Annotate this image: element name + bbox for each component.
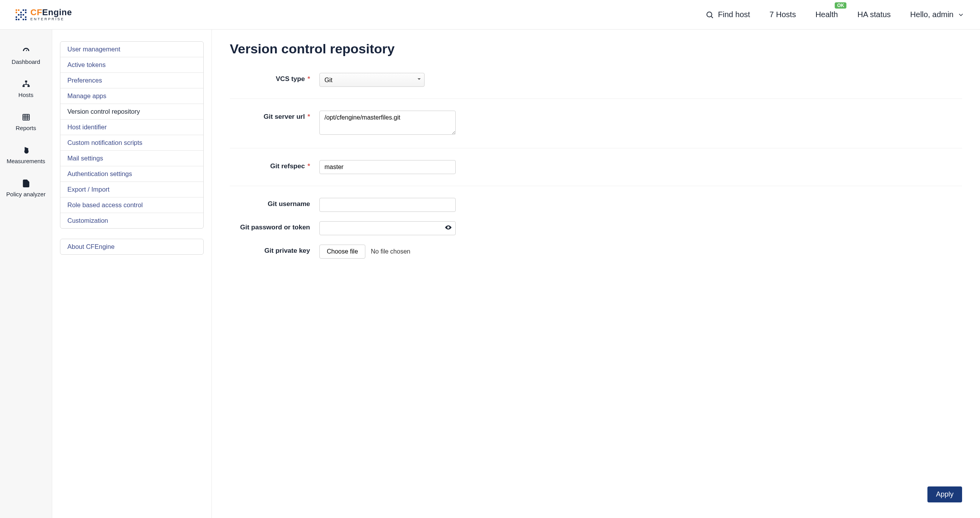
settings-nav-customization[interactable]: Customization <box>60 213 203 228</box>
health-badge: OK <box>835 2 846 9</box>
logo-sub: ENTERPRISE <box>30 18 72 21</box>
sidebar-item-hosts[interactable]: Hosts <box>0 74 52 107</box>
ha-status-link[interactable]: HA status <box>857 10 891 19</box>
hosts-icon <box>22 80 30 88</box>
git-password-input[interactable] <box>319 221 456 235</box>
settings-nav-active-tokens[interactable]: Active tokens <box>60 57 203 73</box>
logo[interactable]: CFEngine ENTERPRISE <box>16 8 72 21</box>
svg-point-0 <box>707 12 712 17</box>
toggle-password-visibility-icon[interactable] <box>445 224 452 233</box>
required-marker: * <box>306 162 310 170</box>
required-marker: * <box>306 75 310 83</box>
settings-nav-authentication[interactable]: Authentication settings <box>60 166 203 182</box>
settings-nav-custom-notification[interactable]: Custom notification scripts <box>60 135 203 151</box>
sidebar-item-measurements[interactable]: Measurements <box>0 141 52 174</box>
settings-nav-preferences[interactable]: Preferences <box>60 73 203 88</box>
choose-file-button[interactable]: Choose file <box>319 245 365 259</box>
sidebar-item-label: Reports <box>16 125 36 131</box>
main-content: Version control repository VCS type * Gi… <box>212 30 980 518</box>
user-greeting: Hello, admin <box>910 10 954 19</box>
git-url-label: Git server url <box>264 113 305 120</box>
settings-nav-column: User management Active tokens Preference… <box>52 30 212 518</box>
svg-line-1 <box>712 16 713 18</box>
settings-nav-rbac[interactable]: Role based access control <box>60 197 203 213</box>
settings-nav-list: User management Active tokens Preference… <box>60 41 204 229</box>
divider <box>230 148 962 148</box>
logo-cf: CF <box>30 7 42 17</box>
vcs-type-label: VCS type <box>276 75 305 83</box>
divider <box>230 99 962 99</box>
sidebar-item-policy-analyzer[interactable]: Policy analyzer <box>0 174 52 207</box>
eye-icon <box>445 224 452 231</box>
user-menu[interactable]: Hello, admin <box>910 10 964 19</box>
settings-nav-about[interactable]: About CFEngine <box>60 239 203 254</box>
git-username-input[interactable] <box>319 198 456 212</box>
dashboard-icon <box>22 47 30 55</box>
hosts-link[interactable]: 7 Hosts <box>770 10 796 19</box>
svg-rect-4 <box>27 85 30 87</box>
svg-rect-2 <box>25 81 27 83</box>
logo-icon <box>16 9 26 20</box>
divider <box>230 186 962 186</box>
chevron-down-icon <box>957 11 964 18</box>
git-refspec-label: Git refspec <box>270 162 305 170</box>
sidebar-item-label: Policy analyzer <box>6 191 46 197</box>
health-label: Health <box>815 10 838 19</box>
settings-nav-mail-settings[interactable]: Mail settings <box>60 151 203 166</box>
sidebar-item-label: Hosts <box>18 92 33 98</box>
settings-nav-export-import[interactable]: Export / Import <box>60 182 203 197</box>
measurements-icon <box>22 146 30 155</box>
logo-engine: Engine <box>42 7 72 17</box>
git-refspec-input[interactable] <box>319 160 456 174</box>
git-private-key-label: Git private key <box>264 247 310 254</box>
svg-rect-3 <box>22 85 25 87</box>
health-link[interactable]: Health OK <box>815 10 838 19</box>
search-icon <box>705 11 714 19</box>
page-title: Version control repository <box>230 41 962 56</box>
apply-button[interactable]: Apply <box>927 486 962 502</box>
find-host-label: Find host <box>718 10 750 19</box>
file-chosen-status: No file chosen <box>371 248 410 255</box>
sidebar-item-reports[interactable]: Reports <box>0 107 52 141</box>
settings-nav-version-control[interactable]: Version control repository <box>60 104 203 120</box>
settings-nav-host-identifier[interactable]: Host identifier <box>60 120 203 135</box>
required-marker: * <box>306 113 310 120</box>
vcs-type-select[interactable]: Git <box>319 73 425 87</box>
sidebar-item-dashboard[interactable]: Dashboard <box>0 41 52 74</box>
git-password-label: Git password or token <box>240 224 310 231</box>
reports-icon <box>22 113 30 122</box>
sidebar-item-label: Dashboard <box>12 58 40 65</box>
app-header: CFEngine ENTERPRISE Find host 7 Hosts He… <box>0 0 980 30</box>
primary-sidebar: Dashboard Hosts Reports Measurements Pol… <box>0 30 52 518</box>
find-host-button[interactable]: Find host <box>705 10 750 19</box>
git-url-input[interactable] <box>319 111 456 135</box>
sidebar-item-label: Measurements <box>7 158 45 164</box>
git-username-label: Git username <box>268 200 310 208</box>
settings-nav-secondary: About CFEngine <box>60 239 204 255</box>
svg-point-10 <box>25 150 28 153</box>
settings-nav-manage-apps[interactable]: Manage apps <box>60 88 203 104</box>
settings-nav-user-management[interactable]: User management <box>60 42 203 57</box>
svg-rect-5 <box>23 115 29 120</box>
policy-analyzer-icon <box>22 179 30 188</box>
